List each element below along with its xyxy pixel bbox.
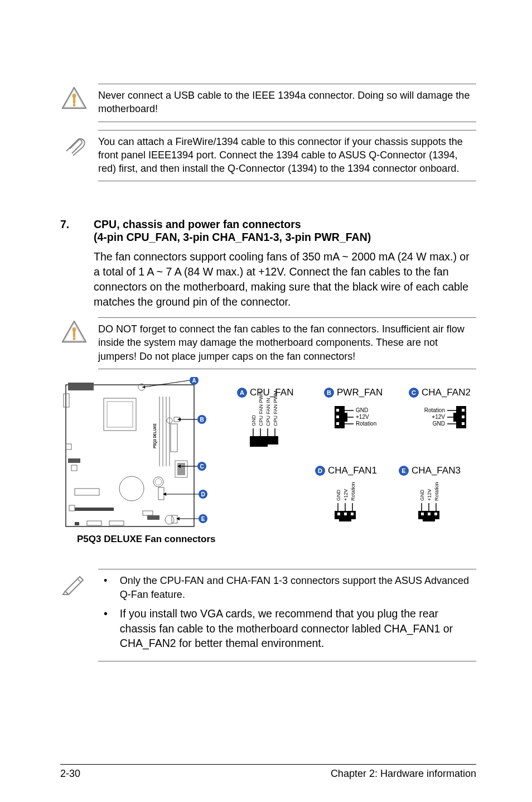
svg-rect-119 — [344, 513, 347, 515]
svg-rect-131 — [434, 513, 437, 515]
svg-rect-128 — [423, 519, 435, 521]
caution-icon — [60, 317, 88, 344]
cha-fan3-connector: GND +12V Rotation — [418, 482, 439, 521]
section-number: 7. — [60, 218, 77, 244]
bullet-text: If you install two VGA cards, we recomme… — [120, 606, 476, 651]
svg-text:CHA_FAN3: CHA_FAN3 — [412, 465, 461, 476]
svg-marker-56 — [163, 492, 166, 496]
svg-text:A: A — [192, 378, 196, 384]
svg-rect-24 — [75, 508, 114, 511]
svg-point-7 — [72, 327, 76, 332]
bullet-icon: • — [98, 574, 108, 602]
svg-rect-102 — [462, 416, 465, 418]
pencil-icon — [60, 569, 88, 596]
svg-rect-100 — [453, 413, 456, 422]
svg-rect-8 — [73, 331, 75, 337]
svg-text:B: B — [200, 417, 204, 423]
motherboard-diagram: P5Q3 DELUXE — [64, 383, 194, 526]
svg-text:CHA_FAN1: CHA_FAN1 — [328, 465, 377, 476]
svg-rect-130 — [428, 513, 431, 515]
svg-text:C: C — [412, 389, 416, 396]
svg-rect-11 — [68, 383, 94, 390]
svg-point-9 — [73, 337, 76, 340]
svg-rect-99 — [456, 406, 466, 428]
svg-text:GND: GND — [336, 490, 341, 501]
svg-text:+12V: +12V — [343, 489, 349, 501]
callout-labels: A B C D E — [142, 377, 207, 523]
svg-marker-60 — [176, 517, 180, 520]
svg-rect-85 — [336, 416, 339, 418]
caution-usb-1394: Never connect a USB cable to the IEEE 13… — [60, 84, 476, 122]
cha-fan2-connector: Rotation +12V GND — [424, 406, 466, 428]
cpu-fan-connector: GND CPU FAN PWR CPU FAN IN CPU FAN PWM — [250, 390, 278, 447]
svg-text:E: E — [402, 467, 405, 474]
svg-text:CPU FAN PWM: CPU FAN PWM — [273, 390, 278, 426]
svg-rect-10 — [66, 385, 194, 526]
svg-rect-13 — [107, 402, 133, 427]
section-heading: 7. CPU, chassis and power fan connectors… — [60, 218, 476, 244]
svg-line-43 — [144, 380, 190, 387]
svg-rect-41 — [158, 487, 164, 500]
page-footer: 2-30 Chapter 2: Hardware information — [60, 764, 476, 780]
svg-text:P5Q3 DELUXE: P5Q3 DELUXE — [153, 423, 157, 448]
svg-text:Rotation: Rotation — [434, 482, 439, 501]
svg-rect-101 — [462, 409, 465, 412]
svg-rect-35 — [143, 511, 153, 515]
svg-rect-34 — [147, 515, 159, 520]
svg-text:CPU FAN PWR: CPU FAN PWR — [258, 391, 264, 426]
note-text-block: • Only the CPU-FAN and CHA-FAN 1-3 conne… — [98, 569, 476, 661]
caution-text: Never connect a USB cable to the IEEE 13… — [98, 84, 476, 122]
svg-rect-84 — [336, 409, 339, 412]
svg-marker-44 — [142, 386, 145, 388]
bullet-icon: • — [98, 606, 108, 651]
svg-rect-18 — [64, 394, 69, 407]
svg-text:CHA_FAN2: CHA_FAN2 — [422, 387, 471, 398]
note-cpu-q-fan: • Only the CPU-FAN and CHA-FAN 1-3 conne… — [60, 569, 476, 661]
svg-rect-129 — [421, 513, 424, 515]
page-number: 2-30 — [60, 768, 80, 780]
svg-rect-3 — [73, 98, 75, 104]
svg-rect-120 — [351, 513, 354, 515]
svg-point-26 — [155, 479, 162, 485]
caution-do-not-forget: DO NOT forget to connect the fan cables … — [60, 317, 476, 369]
pwr-fan-connector: GND +12V Rotation — [335, 406, 376, 428]
svg-text:CPU_FAN: CPU_FAN — [250, 387, 293, 398]
svg-text:B: B — [327, 389, 331, 396]
svg-text:CPU FAN IN: CPU FAN IN — [265, 398, 271, 426]
connector-labels-row1: A CPU_FAN B PWR_FAN C CHA_FAN2 — [237, 387, 471, 398]
svg-point-2 — [72, 94, 76, 98]
svg-text:GND: GND — [433, 421, 445, 427]
svg-text:GND: GND — [251, 415, 257, 427]
svg-text:Rotation: Rotation — [356, 421, 376, 427]
svg-point-22 — [119, 476, 144, 501]
svg-text:D: D — [318, 467, 322, 474]
svg-text:+12V: +12V — [432, 414, 445, 420]
svg-text:E: E — [201, 516, 205, 522]
note-text: You can attach a FireWire/1394 cable to … — [98, 130, 476, 182]
svg-rect-21 — [71, 465, 77, 471]
svg-text:+12V: +12V — [427, 489, 432, 501]
svg-text:A: A — [240, 389, 244, 396]
svg-rect-37 — [75, 522, 79, 525]
caution-icon — [60, 84, 88, 110]
section-body: The fan connectors support cooling fans … — [94, 249, 476, 310]
svg-text:GND: GND — [419, 490, 425, 501]
svg-rect-31 — [69, 505, 75, 511]
section-title: CPU, chassis and power fan connectors (4… — [94, 218, 371, 244]
svg-rect-86 — [336, 422, 339, 425]
svg-text:GND: GND — [356, 407, 368, 413]
svg-rect-33 — [109, 521, 124, 525]
svg-rect-12 — [104, 398, 136, 431]
svg-point-4 — [73, 104, 76, 107]
svg-marker-48 — [177, 418, 181, 421]
svg-text:Rotation: Rotation — [350, 482, 356, 501]
chapter-label: Chapter 2: Hardware information — [331, 768, 476, 780]
svg-rect-80 — [250, 436, 278, 445]
svg-text:+12V: +12V — [356, 414, 369, 420]
bullet-text: Only the CPU-FAN and CHA-FAN 1-3 connect… — [120, 574, 476, 602]
svg-rect-23 — [75, 489, 99, 495]
figure-caption: P5Q3 DELUXE Fan connectors — [77, 534, 215, 544]
cha-fan1-connector: GND +12V Rotation — [335, 482, 356, 521]
svg-rect-32 — [87, 521, 101, 525]
note-firewire: You can attach a FireWire/1394 cable to … — [60, 130, 476, 182]
